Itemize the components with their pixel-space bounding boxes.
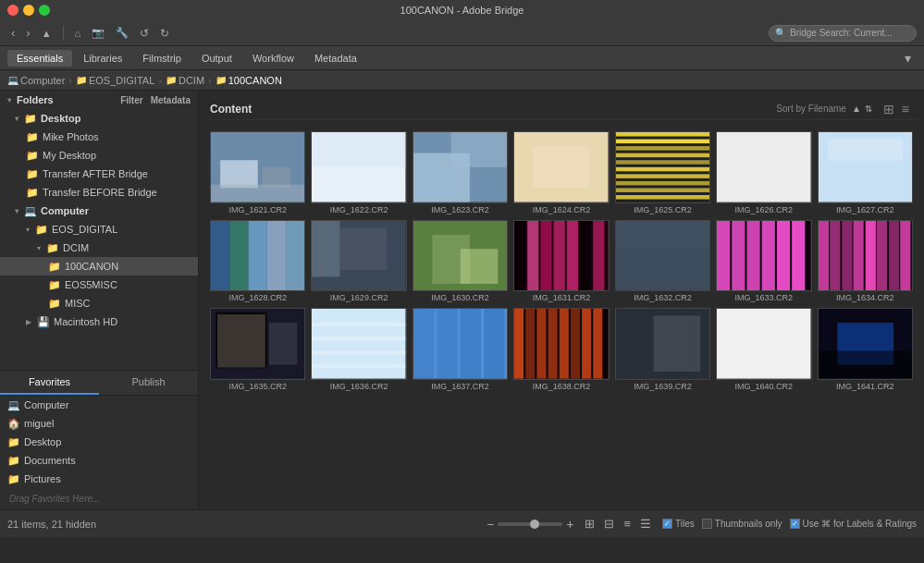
sidebar-item-computer[interactable]: ▾ 💻 Computer: [0, 202, 198, 220]
metadata-label[interactable]: Metadata: [151, 95, 191, 105]
thumbnail-item[interactable]: IMG_1624.CR2: [513, 131, 609, 214]
tab-filmstrip[interactable]: Filmstrip: [133, 50, 191, 67]
thumbnail-item[interactable]: IMG_1629.CR2: [311, 220, 406, 303]
camera-button[interactable]: 📷: [88, 25, 108, 41]
tabs-more-button[interactable]: ▾: [899, 49, 917, 67]
thumbnail-item[interactable]: IMG_1641.CR2: [818, 308, 913, 391]
breadcrumb-computer[interactable]: 💻 Computer: [7, 75, 65, 86]
breadcrumb-dcim[interactable]: 📁 DCIM: [166, 75, 204, 86]
thumbnail-image: [210, 220, 305, 292]
thumbnail-item[interactable]: IMG_1634.CR2: [818, 220, 913, 303]
filter-label[interactable]: Filter: [120, 95, 142, 105]
thumbnail-image: [716, 220, 811, 292]
up-button[interactable]: ▲: [38, 26, 55, 41]
home-button[interactable]: ⌂: [71, 26, 85, 41]
zoom-controls: − +: [487, 517, 573, 532]
thumbnail-item[interactable]: IMG_1621.CR2: [210, 131, 305, 214]
sidebar-tab-favorites[interactable]: Favorites: [0, 371, 99, 395]
sidebar-fav-documents[interactable]: 📁 Documents: [0, 451, 198, 470]
search-box[interactable]: 🔍 Bridge Search: Current...: [769, 25, 917, 42]
minimize-button[interactable]: [23, 5, 34, 16]
thumbnail-item[interactable]: IMG_1622.CR2: [311, 131, 406, 214]
sidebar-item-transfer-before[interactable]: 📁 Transfer BEFORE Bridge: [0, 183, 198, 202]
thumbnail-item[interactable]: IMG_1637.CR2: [413, 308, 508, 391]
sidebar-item-dcim[interactable]: ▾ 📁 DCIM: [0, 239, 198, 257]
forward-button[interactable]: ›: [22, 24, 33, 42]
breadcrumb-eos[interactable]: 📁 EOS_DIGITAL: [76, 75, 154, 86]
svg-rect-34: [312, 221, 339, 276]
thumbnail-item[interactable]: IMG_1632.CR2: [615, 220, 710, 303]
sidebar-item-mike-photos[interactable]: 📁 Mike Photos: [0, 128, 198, 146]
tools-button[interactable]: 🔧: [112, 25, 132, 41]
zoom-slider[interactable]: [498, 522, 562, 526]
thumbnail-item[interactable]: IMG_1633.CR2: [716, 220, 811, 303]
thumbnail-item[interactable]: IMG_1628.CR2: [210, 220, 305, 303]
view-grid-button[interactable]: ⊞: [581, 515, 598, 532]
thumbnails-grid: IMG_1621.CR2 IMG_1622.CR2 IMG_1623.CR2 I…: [206, 128, 917, 395]
sort-asc-icon[interactable]: ▲: [852, 104, 861, 114]
thumbnail-item[interactable]: IMG_1636.CR2: [311, 308, 406, 391]
breadcrumb-100canon[interactable]: 📁 100CANON: [216, 75, 282, 86]
thumbnail-item[interactable]: IMG_1627.CR2: [818, 131, 913, 214]
view-grid-icon[interactable]: ⊞: [880, 100, 898, 118]
tab-libraries[interactable]: Libraries: [74, 50, 131, 67]
close-button[interactable]: [7, 5, 18, 16]
tab-output[interactable]: Output: [192, 50, 241, 67]
tiles-checkbox[interactable]: ✓: [662, 519, 672, 529]
svg-rect-30: [267, 221, 286, 291]
forward2-button[interactable]: ↻: [156, 25, 173, 42]
tiles-option[interactable]: ✓ Tiles: [662, 519, 695, 529]
status-bar: 21 items, 21 hidden − + ⊞ ⊟ ≡ ☰ ✓ Tiles …: [0, 509, 924, 537]
thumbnail-item[interactable]: IMG_1638.CR2: [513, 308, 609, 391]
sidebar-item-desktop[interactable]: ▾ 📁 Desktop: [0, 109, 198, 128]
thumbnail-item[interactable]: IMG_1630.CR2: [413, 220, 508, 303]
sidebar-item-eos-digital[interactable]: ▾ 📁 EOS_DIGITAL: [0, 220, 198, 239]
view-thumbs-button[interactable]: ⊟: [600, 515, 618, 532]
sidebar-item-eos5misc[interactable]: 📁 EOS5MISC: [0, 275, 198, 294]
sidebar-folders-header[interactable]: ▾ Folders Filter Metadata: [0, 91, 198, 109]
thumbnail-item[interactable]: IMG_1623.CR2: [413, 131, 508, 214]
sidebar-item-misc[interactable]: 📁 MISC: [0, 294, 198, 312]
thumbnail-label: IMG_1635.CR2: [228, 382, 287, 391]
sidebar-item-macintosh-hd[interactable]: ▶ 💾 Macintosh HD: [0, 312, 198, 331]
labels-ratings-option[interactable]: ✓ Use ⌘ for Labels & Ratings: [790, 519, 917, 529]
tab-workflow[interactable]: Workflow: [243, 50, 303, 67]
sidebar-fav-pictures[interactable]: 📁 Pictures: [0, 470, 198, 488]
thumbnail-item[interactable]: IMG_1625.CR2: [615, 131, 710, 214]
sort-arrows-icon[interactable]: ⇅: [865, 104, 872, 114]
view-details-button[interactable]: ☰: [636, 515, 655, 532]
tab-essentials[interactable]: Essentials: [7, 50, 72, 67]
sidebar-tab-publish[interactable]: Publish: [99, 371, 198, 395]
thumbnails-only-checkbox[interactable]: [702, 519, 712, 529]
thumbnail-label: IMG_1632.CR2: [634, 293, 692, 302]
thumbnail-item[interactable]: IMG_1631.CR2: [513, 220, 609, 303]
svg-rect-84: [571, 309, 580, 379]
zoom-in-button[interactable]: +: [566, 517, 573, 532]
sidebar-item-my-desktop[interactable]: 📁 My Desktop: [0, 146, 198, 165]
thumbnail-item[interactable]: IMG_1626.CR2: [716, 131, 811, 214]
sort-label[interactable]: Sort by Filename: [776, 104, 846, 114]
sidebar-fav-miguel[interactable]: 🏠 miguel: [0, 414, 198, 433]
thumbnail-image: [311, 308, 406, 380]
zoom-out-button[interactable]: −: [487, 517, 494, 532]
thumbnails-only-option[interactable]: Thumbnails only: [702, 519, 782, 529]
maximize-button[interactable]: [39, 5, 50, 16]
svg-rect-63: [900, 221, 910, 291]
sidebar-item-100canon[interactable]: 📁 100CANON: [0, 257, 198, 275]
sidebar-item-transfer-after[interactable]: 📁 Transfer AFTER Bridge: [0, 165, 198, 183]
fav-pictures-icon: 📁: [7, 473, 20, 485]
tab-metadata[interactable]: Metadata: [305, 50, 366, 67]
thumbnail-item[interactable]: IMG_1635.CR2: [210, 308, 305, 391]
labels-ratings-checkbox[interactable]: ✓: [790, 519, 800, 529]
sidebar-fav-desktop[interactable]: 📁 Desktop: [0, 433, 198, 451]
eos5misc-icon: 📁: [48, 279, 61, 291]
refresh-button[interactable]: ↺: [136, 25, 153, 42]
view-list-icon[interactable]: ≡: [898, 100, 913, 118]
view-list-button[interactable]: ≡: [620, 515, 634, 532]
svg-rect-19: [616, 181, 709, 186]
thumbnail-item[interactable]: IMG_1640.CR2: [716, 308, 811, 391]
sidebar-fav-computer[interactable]: 💻 Computer: [0, 396, 198, 414]
back-button[interactable]: ‹: [7, 24, 18, 42]
thumbnail-image: [413, 131, 508, 203]
thumbnail-item[interactable]: IMG_1639.CR2: [615, 308, 710, 391]
